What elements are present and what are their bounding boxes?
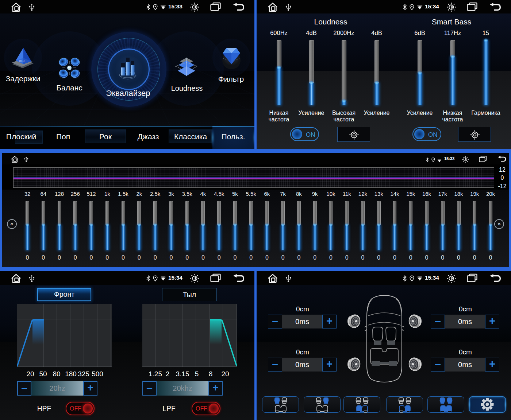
svg-text:010: 010 — [19, 59, 24, 63]
